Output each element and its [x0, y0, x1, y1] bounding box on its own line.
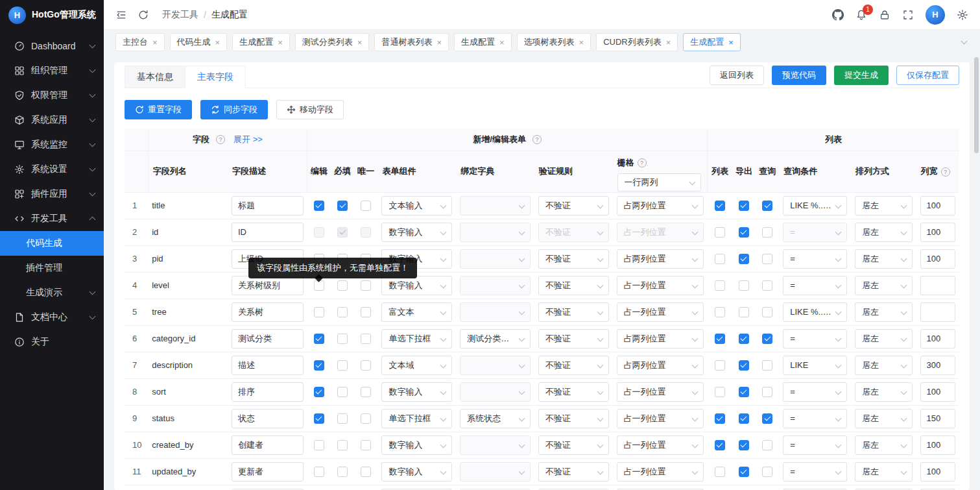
sidebar-item-开发工具[interactable]: 开发工具 [0, 206, 104, 231]
query-condition-select[interactable]: = [783, 276, 847, 295]
form-component-select[interactable]: 单选下拉框 [381, 329, 452, 349]
query-checkbox[interactable] [762, 467, 772, 477]
column-width-input[interactable] [920, 302, 955, 322]
unique-checkbox[interactable] [361, 307, 371, 317]
align-select[interactable]: 居左 [855, 196, 913, 215]
bind-dict-select[interactable] [460, 302, 531, 322]
grid-span-select[interactable]: 占两列位置 [617, 356, 704, 375]
align-select[interactable]: 居左 [855, 276, 913, 295]
page-tab-普通树表列表[interactable]: 普通树表列表× [374, 33, 449, 51]
query-condition-select[interactable]: = [783, 382, 847, 402]
unique-checkbox[interactable] [361, 440, 371, 450]
list-checkbox[interactable] [715, 360, 725, 371]
form-component-select[interactable]: 数字输入 [381, 462, 452, 482]
query-condition-select[interactable]: = [783, 223, 847, 242]
save-config-only-button[interactable]: 仅保存配置 [896, 66, 959, 85]
export-checkbox[interactable] [739, 387, 749, 397]
column-width-input[interactable] [920, 276, 955, 295]
help-icon[interactable]: ? [941, 167, 950, 177]
column-width-input[interactable] [920, 462, 955, 482]
edit-checkbox[interactable] [314, 413, 324, 424]
edit-checkbox[interactable] [314, 440, 324, 450]
field-desc-input[interactable] [232, 276, 304, 295]
sidebar-item-文档中心[interactable]: 文档中心 [0, 305, 104, 330]
settings-gear-icon[interactable] [957, 9, 968, 21]
unique-checkbox[interactable] [361, 467, 371, 477]
github-icon[interactable] [832, 9, 844, 21]
align-select[interactable]: 居左 [855, 356, 913, 375]
form-component-select[interactable]: 文本域 [381, 356, 452, 375]
align-select[interactable]: 居左 [855, 302, 913, 322]
help-icon[interactable]: ? [216, 135, 225, 144]
edit-checkbox[interactable] [314, 227, 324, 238]
list-checkbox[interactable] [715, 467, 725, 477]
sidebar-item-生成演示[interactable]: 生成演示 [0, 280, 104, 305]
grid-span-select[interactable]: 占一列位置 [617, 409, 704, 428]
validation-rule-select[interactable]: 不验证 [538, 435, 609, 455]
validation-rule-select[interactable]: 不验证 [538, 382, 609, 402]
field-desc-input[interactable] [232, 329, 304, 349]
align-select[interactable]: 居左 [855, 409, 913, 428]
vertical-scrollbar-thumb[interactable] [974, 57, 979, 153]
expand-columns-link[interactable]: 展开 >> [233, 134, 263, 145]
required-checkbox[interactable] [337, 413, 348, 424]
required-checkbox[interactable] [337, 467, 348, 477]
export-checkbox[interactable] [739, 440, 749, 450]
close-icon[interactable]: × [357, 38, 363, 47]
sidebar-item-插件应用[interactable]: 插件应用 [0, 182, 104, 206]
tab-main-table-fields[interactable]: 主表字段 [185, 66, 246, 88]
close-icon[interactable]: × [278, 38, 283, 47]
required-checkbox[interactable] [337, 227, 348, 238]
grid-span-select[interactable]: 占两列位置 [617, 196, 704, 215]
field-desc-input[interactable] [232, 223, 304, 242]
list-checkbox[interactable] [715, 280, 725, 291]
field-desc-input[interactable] [232, 356, 304, 375]
app-logo[interactable]: H HotGo管理系统 [0, 0, 104, 30]
list-checkbox[interactable] [715, 387, 725, 397]
required-checkbox[interactable] [337, 201, 348, 211]
bind-dict-select[interactable] [460, 462, 531, 482]
field-desc-input[interactable] [232, 462, 304, 482]
list-checkbox[interactable] [715, 440, 725, 450]
query-condition-select[interactable]: = [783, 329, 847, 349]
align-select[interactable]: 居左 [855, 329, 913, 349]
user-avatar[interactable]: H [926, 5, 945, 25]
export-checkbox[interactable] [739, 360, 749, 371]
sidebar-item-系统设置[interactable]: 系统设置 [0, 157, 104, 182]
unique-checkbox[interactable] [361, 387, 371, 397]
page-tab-测试分类列表[interactable]: 测试分类列表× [295, 33, 370, 51]
breadcrumb-section[interactable]: 开发工具 [162, 9, 198, 21]
list-checkbox[interactable] [715, 307, 725, 317]
grid-span-select[interactable]: 占一列位置 [617, 462, 704, 482]
align-select[interactable]: 居左 [855, 462, 913, 482]
sidebar-item-系统应用[interactable]: 系统应用 [0, 108, 104, 132]
sidebar-item-组织管理[interactable]: 组织管理 [0, 58, 104, 83]
close-icon[interactable]: × [666, 38, 671, 47]
query-checkbox[interactable] [762, 227, 772, 238]
list-checkbox[interactable] [715, 334, 725, 344]
help-icon[interactable]: ? [532, 135, 542, 144]
query-checkbox[interactable] [762, 334, 772, 344]
unique-checkbox[interactable] [361, 360, 371, 371]
sidebar-item-插件管理[interactable]: 插件管理 [0, 256, 104, 280]
close-icon[interactable]: × [215, 38, 221, 47]
query-condition-select[interactable]: = [783, 249, 847, 269]
field-desc-input[interactable] [232, 435, 304, 455]
grid-span-select[interactable]: 占两列位置 [617, 329, 704, 349]
bind-dict-select[interactable] [460, 249, 531, 269]
export-checkbox[interactable] [739, 227, 749, 238]
bind-dict-select[interactable] [460, 276, 531, 295]
column-width-input[interactable] [920, 329, 955, 349]
query-checkbox[interactable] [762, 307, 772, 317]
required-checkbox[interactable] [337, 307, 348, 317]
grid-span-select[interactable]: 占两列位置 [617, 249, 704, 269]
page-tab-主控台[interactable]: 主控台× [115, 33, 165, 51]
close-icon[interactable]: × [436, 38, 442, 47]
export-checkbox[interactable] [739, 413, 749, 424]
sidebar-item-代码生成[interactable]: 代码生成 [0, 231, 104, 256]
sidebar-item-系统监控[interactable]: 系统监控 [0, 132, 104, 157]
unique-checkbox[interactable] [361, 201, 371, 211]
grid-span-select[interactable]: 占一列位置 [617, 223, 704, 242]
validation-rule-select[interactable]: 不验证 [538, 223, 609, 242]
form-component-select[interactable]: 单选下拉框 [381, 409, 452, 428]
